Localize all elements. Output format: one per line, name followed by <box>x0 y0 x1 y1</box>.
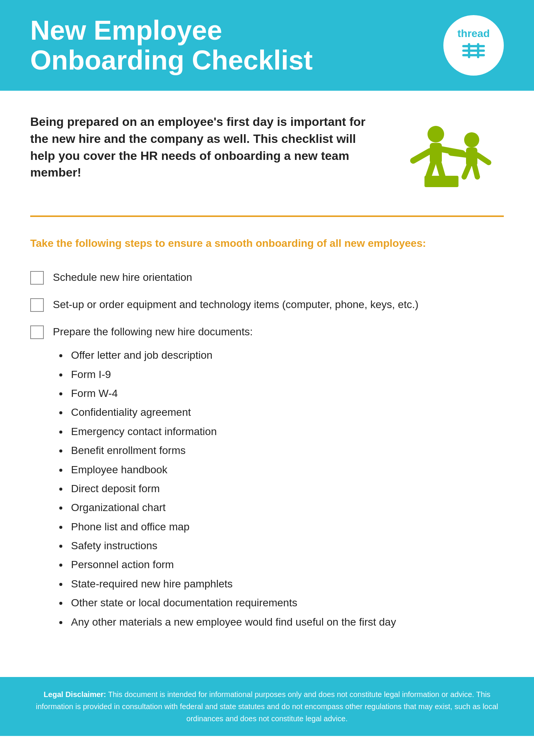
list-item: Organizational chart <box>68 498 396 517</box>
list-item: Safety instructions <box>68 536 396 555</box>
svg-rect-1 <box>462 50 485 52</box>
svg-rect-3 <box>468 43 470 58</box>
footer: Legal Disclaimer: This document is inten… <box>0 677 534 736</box>
list-item: Confidentiality agreement <box>68 403 396 422</box>
list-item: Form W-4 <box>68 384 396 403</box>
list-item: Direct deposit form <box>68 479 396 498</box>
list-item: Any other materials a new employee would… <box>68 613 396 632</box>
intro-image <box>398 113 504 197</box>
svg-rect-2 <box>462 54 485 56</box>
intro-section: Being prepared on an employee's first da… <box>30 113 504 197</box>
list-item: Benefit enrollment forms <box>68 441 396 460</box>
intro-text: Being prepared on an employee's first da… <box>30 113 375 181</box>
list-item: Emergency contact information <box>68 422 396 441</box>
subtitle: Take the following steps to ensure a smo… <box>30 236 504 251</box>
title-line1: New Employee <box>30 15 222 45</box>
svg-point-6 <box>428 126 444 143</box>
header: New Employee Onboarding Checklist thread <box>0 0 534 91</box>
checklist-text-1: Schedule new hire orientation <box>53 270 192 285</box>
footer-disclaimer: Legal Disclaimer: This document is inten… <box>30 688 504 725</box>
disclaimer-label: Legal Disclaimer: <box>43 690 106 699</box>
svg-line-11 <box>439 164 443 177</box>
list-item: Phone list and office map <box>68 517 396 536</box>
svg-line-10 <box>428 164 433 177</box>
checkbox-1[interactable] <box>30 271 44 285</box>
svg-line-14 <box>451 153 466 155</box>
svg-line-16 <box>464 166 469 177</box>
title-line2: Onboarding Checklist <box>30 45 313 75</box>
list-item: State-required new hire pamphlets <box>68 575 396 593</box>
list-item: Employee handbook <box>68 460 396 479</box>
logo: thread <box>443 15 504 76</box>
checklist-item-3: Prepare the following new hire documents… <box>30 324 504 632</box>
svg-line-15 <box>477 155 489 163</box>
divider <box>30 215 504 217</box>
list-item: Personnel action form <box>68 555 396 574</box>
checklist-item-3-content: Prepare the following new hire documents… <box>53 324 396 632</box>
svg-point-12 <box>464 132 479 147</box>
svg-line-8 <box>413 151 430 161</box>
checklist-item-1: Schedule new hire orientation <box>30 270 504 285</box>
checkbox-2[interactable] <box>30 298 44 312</box>
svg-rect-4 <box>477 43 479 58</box>
logo-text: thread <box>457 28 490 40</box>
list-item: Offer letter and job description <box>68 346 396 365</box>
header-title: New Employee Onboarding Checklist <box>30 15 313 75</box>
checkbox-3[interactable] <box>30 325 44 339</box>
documents-list: Offer letter and job description Form I-… <box>53 346 396 632</box>
main-content: Being prepared on an employee's first da… <box>0 91 534 647</box>
checklist-text-3: Prepare the following new hire documents… <box>53 326 253 338</box>
checklist-item-2: Set-up or order equipment and technology… <box>30 297 504 313</box>
list-item: Other state or local documentation requi… <box>68 593 396 612</box>
svg-line-17 <box>475 166 477 177</box>
logo-icon <box>460 41 487 64</box>
checklist-text-2: Set-up or order equipment and technology… <box>53 297 418 313</box>
list-item: Form I-9 <box>68 365 396 384</box>
checklist: Schedule new hire orientation Set-up or … <box>30 270 504 632</box>
svg-rect-0 <box>462 45 485 47</box>
